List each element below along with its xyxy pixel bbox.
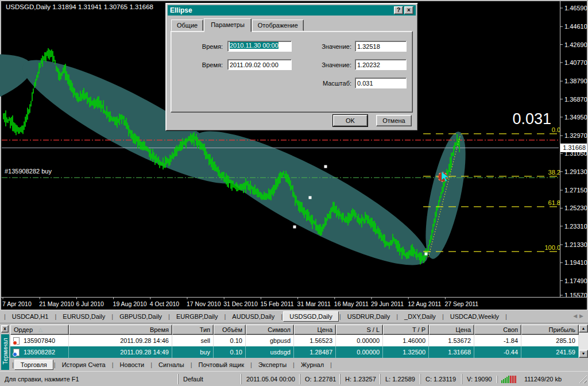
date-tick-label: 15 Feb 2011	[260, 300, 293, 307]
terminal-tab--[interactable]: Журнал	[295, 360, 330, 370]
resize-grip[interactable]	[579, 375, 587, 383]
order-cell: -0.44	[474, 346, 521, 358]
status-traffic: 111249/20 kb	[520, 374, 577, 384]
value1-field[interactable]	[355, 41, 407, 52]
column-header-4[interactable]: Символ	[246, 325, 294, 335]
help-icon[interactable]: ?	[394, 6, 403, 14]
date-tick-label: 31 Mar 2011	[297, 300, 331, 307]
time2-field[interactable]	[227, 59, 292, 70]
object-handle[interactable]	[293, 226, 296, 229]
price-tick-label: 1.42690	[564, 41, 587, 48]
order-cell: 1.46000	[383, 335, 429, 346]
column-header-0[interactable]: Ордер△	[10, 325, 69, 335]
scroll-right-icon[interactable]: ▶	[579, 313, 586, 319]
time1-field[interactable]: 2010.11.30 00:00	[227, 41, 292, 52]
close-icon[interactable]: ×	[404, 6, 413, 14]
terminal-sidebar: Терминал	[1, 334, 9, 370]
chart-tab-audusd-daily[interactable]: AUDUSD,Daily	[226, 311, 280, 322]
connection-bars-icon	[497, 376, 520, 383]
date-tick-label: 31 Dec 2010	[223, 300, 258, 307]
price-tick-label: 1.29130	[564, 168, 587, 175]
order-cell: sell	[172, 335, 214, 346]
scroll-left-icon[interactable]: ◀	[573, 313, 579, 319]
price-tick-label: 1.21330	[564, 241, 587, 248]
column-header-6[interactable]: S / L	[336, 325, 383, 335]
order-cell: 0.10	[214, 335, 246, 346]
price-tick-label: 1.34950	[564, 114, 587, 121]
fib-level-label: 0.0	[552, 126, 560, 133]
dialog-tab-общие[interactable]: Общие	[171, 20, 203, 31]
column-header-1[interactable]: Время	[69, 325, 172, 335]
dialog-tab-отображение[interactable]: Отображение	[252, 20, 304, 31]
price-tick-label: 1.38790	[564, 78, 587, 84]
price-tick-label: 1.15570	[564, 292, 587, 299]
date-tick-label: 12 Aug 2011	[408, 300, 441, 307]
order-cell: 1.28487	[294, 346, 336, 358]
cancel-button[interactable]: Отмена	[376, 115, 412, 126]
chart-tab-usdcad-h1[interactable]: USDCAD,H1	[6, 311, 55, 322]
chart-tab-eurusd-daily[interactable]: EURUSD,Daily	[57, 311, 111, 322]
column-header-5[interactable]: Цена	[294, 325, 336, 335]
status-low: L: 1.22589	[380, 374, 420, 384]
price-tick-label: 1.25230	[564, 204, 587, 211]
chart-tab-usdrur-daily[interactable]: USDRUR,Daily	[342, 311, 396, 322]
orders-scrollbar[interactable]: ▲ ▼	[579, 325, 588, 358]
ok-button[interactable]: OK	[333, 115, 368, 126]
dialog-parameters-panel: Время: 2010.11.30 00:00 Время: Значение:…	[171, 31, 413, 113]
scale-field[interactable]	[355, 78, 407, 88]
order-cell: 0.00000	[336, 346, 383, 358]
terminal-sidebar-label: Терминал	[2, 334, 9, 369]
order-row-135907840[interactable]: 1359078402011.09.28 14:46sell0.10gbpusd1…	[10, 335, 579, 346]
terminal-close-icon[interactable]: x	[1, 325, 9, 333]
dialog-title-bar[interactable]: Ellipse ? ×	[168, 5, 416, 16]
ellipse-properties-dialog: Ellipse ? × ОбщиеПараметрыОтображение Вр…	[165, 3, 418, 131]
orders-table-header: Ордер△ВремяТипОбъёмСимволЦенаS / LT / PЦ…	[10, 325, 579, 335]
chart-tab-_dxy-daily[interactable]: _DXY,Daily	[399, 311, 442, 322]
dialog-tab-параметры[interactable]: Параметры	[204, 18, 252, 32]
column-header-8[interactable]: Цена	[429, 325, 474, 335]
date-tick-label: 16 May 2011	[334, 300, 369, 307]
status-volume: V: 19090	[462, 374, 497, 384]
terminal-tab--[interactable]: Эксперты	[253, 360, 292, 370]
time1-value: 2010.11.30 00:00	[230, 42, 278, 49]
column-header-10[interactable]: Прибыль	[521, 325, 579, 335]
status-datetime: 2011.05.04 00:00	[241, 374, 300, 384]
terminal-tab--[interactable]: Торговля	[14, 360, 53, 370]
chart-tab-eurgbp-daily[interactable]: EURGBP,Daily	[171, 311, 224, 322]
terminal-tab--[interactable]: Сигналы	[153, 360, 190, 370]
value2-field[interactable]	[355, 59, 407, 70]
order-cell: 285.10	[521, 335, 579, 346]
order-cell: usdsgd	[246, 346, 294, 358]
terminal-tab--[interactable]: Новости	[114, 360, 150, 370]
chart-tab-usdcad-weekly[interactable]: USDCAD,Weekly	[444, 311, 505, 322]
status-close: C: 1.23119	[420, 374, 462, 384]
column-header-3[interactable]: Объём	[214, 325, 246, 335]
price-tick-label: 1.44610	[564, 23, 587, 30]
order-row-135908282[interactable]: 1359082822011.09.28 14:49buy0.10usdsgd1.…	[10, 346, 579, 358]
column-header-9[interactable]: Своп	[474, 325, 521, 335]
chart-tab-gbpusd-daily[interactable]: GBPUSD,Daily	[114, 311, 168, 322]
scroll-up-icon[interactable]: ▲	[579, 325, 588, 333]
date-tick-label: 4 Oct 2010	[150, 300, 180, 307]
ellipse-scale-text: 0.031	[512, 110, 551, 128]
price-tick-label: 1.36870	[564, 96, 587, 103]
price-tick-label: 1.32970	[564, 132, 587, 139]
terminal-tab--[interactable]: Почтовый ящик	[193, 360, 250, 370]
column-header-2[interactable]: Тип	[172, 325, 214, 335]
chart-tab-scroll: ◀▶	[573, 313, 586, 319]
chart-tab-bar: |USDCAD,H1|EURUSD,Daily|GBPUSD,Daily|EUR…	[0, 310, 588, 323]
order-cell: 135908282	[10, 346, 69, 358]
object-handle[interactable]	[425, 253, 428, 256]
scroll-down-icon[interactable]: ▼	[579, 350, 588, 358]
date-tick-label: 19 Aug 2010	[113, 300, 147, 307]
value2-label: Значение:	[315, 61, 351, 68]
current-price-value: 1.31668	[563, 144, 586, 151]
fib-level-label: 61.8	[548, 199, 560, 206]
price-tick-label: 1.19410	[564, 259, 587, 266]
status-profile[interactable]: Default	[178, 374, 241, 384]
terminal-tab--[interactable]: История Счета	[56, 360, 111, 370]
column-header-7[interactable]: T / P	[383, 325, 429, 335]
object-handle[interactable]	[309, 196, 312, 199]
object-handle[interactable]	[324, 165, 327, 168]
chart-tab-usdsgd-daily[interactable]: USDSGD,Daily	[283, 311, 339, 322]
